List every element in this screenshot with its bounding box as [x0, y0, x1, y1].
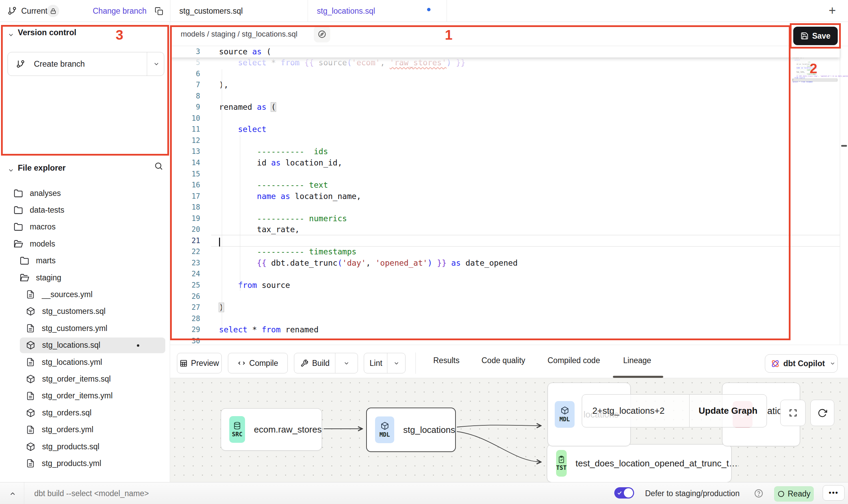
chevron-up-icon[interactable] [9, 490, 16, 499]
refresh-button[interactable] [810, 400, 834, 426]
file-row-models[interactable]: models [11, 236, 165, 252]
lineage-node-test[interactable]: TST test_does_location_opened_at_trunc_t… [547, 444, 732, 482]
tab-code-quality[interactable]: Code quality [481, 345, 525, 376]
code-line-21[interactable]: 21 [170, 235, 840, 247]
ready-label: Ready [788, 489, 810, 499]
code-line-11[interactable]: 11 select [170, 124, 840, 135]
tab-stg-locations[interactable]: stg_locations.sql [317, 0, 375, 22]
build-button[interactable]: Build [294, 353, 358, 373]
chevron-down-icon[interactable] [335, 360, 358, 367]
code-line-9[interactable]: 9renamed as ( [170, 102, 840, 113]
file-tree: analysesdata-testsmacrosmodelsmartsstagi… [0, 22, 170, 330]
file-row-staging[interactable]: staging [11, 270, 165, 286]
code-line-24[interactable]: 24 [170, 268, 840, 280]
lineage-compass-icon[interactable] [314, 26, 330, 42]
preview-button[interactable]: Preview [177, 353, 222, 373]
lineage-node-stg-locations[interactable]: MDL stg_locations [366, 408, 456, 452]
lineage-filter-input[interactable]: 2+stg_locations+2 [582, 406, 689, 416]
line-number: 26 [170, 291, 200, 302]
code-line-23[interactable]: 23 {{ dbt.date_trunc('day', 'opened_at')… [170, 257, 840, 269]
code-line-19[interactable]: 19 ---------- numerics [170, 213, 840, 224]
line-number: 15 [170, 169, 200, 180]
code-line-6[interactable]: 6 [170, 68, 840, 80]
defer-label: Defer to staging/production [645, 482, 740, 504]
line-number: 14 [170, 157, 200, 169]
help-icon[interactable] [754, 489, 763, 499]
file-name: stg_orders.sql [42, 408, 91, 417]
file-row-stg-order-items-sql[interactable]: stg_order_items.sql [11, 371, 165, 387]
file-row-macros[interactable]: macros [11, 219, 165, 235]
file-row-stg-orders-yml[interactable]: stg_orders.yml [11, 422, 165, 438]
folder-icon [20, 256, 29, 265]
divider [170, 0, 170, 22]
folder-open-icon [14, 239, 23, 249]
tab-results[interactable]: Results [433, 345, 460, 376]
tab-lineage[interactable]: Lineage [623, 345, 651, 376]
line-number: 16 [170, 180, 200, 191]
save-button[interactable]: Save [793, 27, 838, 45]
file-row-stg-customers-sql[interactable]: stg_customers.sql [11, 304, 165, 319]
change-branch-button[interactable]: Change branch [93, 0, 146, 22]
code-line-22[interactable]: 22 ---------- timestamps [170, 246, 840, 257]
build-label: Build [312, 359, 330, 368]
file-row-stg-products-sql[interactable]: stg_products.sql [11, 439, 165, 454]
code-line-15[interactable]: 15 [170, 169, 840, 180]
dbt-copilot-button[interactable]: dbt Copilot [765, 354, 838, 373]
file-row-data-tests[interactable]: data-tests [11, 202, 165, 218]
file-row-stg-orders-sql[interactable]: stg_orders.sql [11, 405, 165, 421]
code-line-13[interactable]: 13 ---------- ids [170, 146, 840, 157]
file-row-stg-products-yml[interactable]: stg_products.yml [11, 455, 165, 471]
top-bar: Current Change branch stg_customers.sql … [0, 0, 848, 22]
code-line-14[interactable]: 14 id as location_id, [170, 157, 840, 169]
line-number: 9 [170, 102, 200, 113]
current-branch-label: Current [21, 0, 48, 22]
code-line-17[interactable]: 17 name as location_name, [170, 191, 840, 202]
breadcrumb-row: models / staging / stg_locations.sql [170, 22, 848, 46]
new-tab-button[interactable]: + [823, 2, 841, 20]
test-badge: TST [556, 450, 567, 477]
code-line-16[interactable]: 16 ---------- text [170, 180, 840, 191]
code-line-18[interactable]: 18 [170, 202, 840, 213]
file-row-marts[interactable]: marts [11, 253, 165, 269]
tab-compiled-code[interactable]: Compiled code [548, 345, 600, 376]
code-line-26[interactable]: 26 [170, 291, 840, 302]
tab-stg-customers[interactable]: stg_customers.sql [179, 0, 243, 22]
clipped-node-label: atio [767, 406, 782, 416]
code-line-12[interactable]: 12 [170, 135, 840, 146]
command-input[interactable]: dbt build --select <model_name> [34, 482, 149, 504]
file-row-stg-locations-yml[interactable]: stg_locations.yml [11, 354, 165, 370]
copy-icon[interactable] [155, 7, 163, 17]
file-row-stg-order-items-yml[interactable]: stg_order_items.yml [11, 388, 165, 404]
more-options-button[interactable]: ••• [823, 485, 845, 501]
code-line-8[interactable]: 8 [170, 91, 840, 102]
code-icon [237, 359, 246, 367]
folder-icon [14, 205, 23, 215]
fullscreen-button[interactable] [780, 400, 806, 426]
file-row--sources-yml[interactable]: __sources.yml [11, 287, 165, 302]
model-icon [26, 408, 35, 417]
code-line-27[interactable]: 27) [170, 302, 840, 313]
code-editor[interactable]: models / staging / stg_locations.sql 5 s… [170, 22, 848, 345]
scrollbar-handle[interactable] [841, 145, 847, 147]
code-line-10[interactable]: 10 [170, 113, 840, 124]
file-row-analyses[interactable]: analyses [11, 185, 165, 201]
defer-toggle[interactable] [614, 487, 634, 499]
lineage-node-ecom-raw-stores[interactable]: SRC ecom.raw_stores [221, 408, 322, 451]
copilot-label: dbt Copilot [783, 359, 825, 368]
file-row-stg-customers-yml[interactable]: stg_customers.yml [11, 320, 165, 336]
lint-button[interactable]: Lint [364, 353, 406, 373]
code-line-25[interactable]: 25 from source [170, 280, 840, 291]
divider [840, 46, 840, 345]
code-line-7[interactable]: 7), [170, 79, 840, 91]
code-line-30[interactable]: 30 [170, 335, 840, 345]
compile-button[interactable]: Compile [228, 353, 288, 373]
line-number: 30 [170, 335, 200, 345]
file-row-stg-locations-sql[interactable]: stg_locations.sql [11, 337, 165, 353]
update-graph-button[interactable]: Update Graph [690, 406, 767, 416]
line-number: 27 [170, 302, 200, 313]
chevron-down-icon[interactable] [387, 360, 405, 367]
code-line-29[interactable]: 29select * from renamed [170, 324, 840, 335]
status-bar: dbt build --select <model_name> Defer to… [0, 482, 848, 504]
code-line-20[interactable]: 20 tax_rate, [170, 224, 840, 235]
code-line-28[interactable]: 28 [170, 313, 840, 324]
